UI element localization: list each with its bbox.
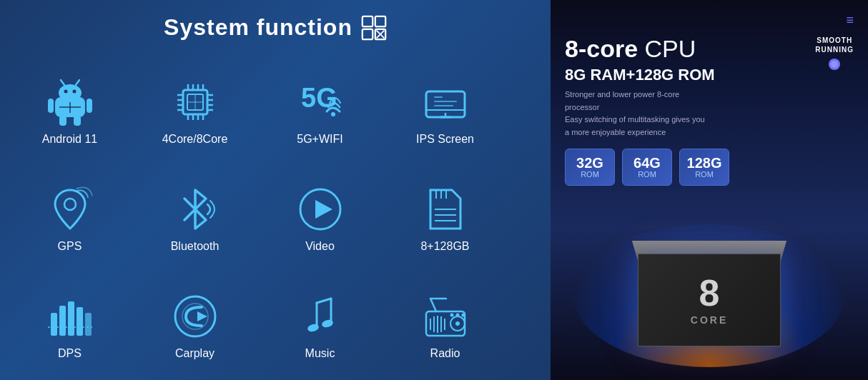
feature-cpu: 4Core/8Core [132, 58, 257, 165]
svg-rect-15 [74, 116, 81, 126]
feature-video: Video [257, 165, 383, 272]
storage-icon [420, 184, 470, 234]
android-icon [45, 77, 95, 127]
svg-rect-58 [68, 301, 74, 336]
svg-point-39 [331, 112, 335, 116]
svg-line-11 [76, 80, 79, 85]
feature-gps: GPS [7, 165, 132, 272]
svg-point-80 [450, 314, 453, 317]
rom-64g-value: 64G [633, 156, 661, 170]
rom-128g-label: ROM [695, 170, 714, 179]
chip-visualization: 8 CORE [565, 197, 854, 367]
dps-label: DPS [58, 347, 82, 360]
smooth-running-badge: SMOOTHRUNNING [815, 36, 854, 71]
svg-point-81 [455, 314, 459, 317]
carplay-icon [170, 291, 220, 341]
chip-number: 8 [699, 274, 720, 311]
svg-rect-12 [48, 99, 54, 113]
cpu-description: Stronger and lower power 8-core processo… [565, 89, 708, 139]
gps-label: GPS [58, 240, 82, 253]
feature-radio: Radio [383, 272, 508, 379]
cpu-heading: 8-core CPU [565, 35, 854, 63]
rom-128g-value: 128G [687, 156, 722, 170]
svg-point-47 [64, 199, 76, 210]
feature-wifi5g: 5G 5G+WIFI [257, 58, 383, 165]
carplay-label: Carplay [175, 347, 214, 360]
rom-option-128g[interactable]: 128G ROM [679, 149, 729, 186]
svg-point-79 [455, 321, 460, 326]
rom-option-32g[interactable]: 32G ROM [565, 149, 615, 186]
feature-bluetooth: Bluetooth [132, 165, 257, 272]
screen-label: IPS Screen [416, 133, 474, 146]
cpu-label: 4Core/8Core [162, 133, 228, 146]
wifi5g-label: 5G+WIFI [297, 133, 342, 146]
svg-line-10 [61, 80, 64, 85]
svg-rect-57 [59, 306, 66, 336]
svg-rect-0 [363, 16, 373, 26]
svg-point-82 [461, 314, 465, 317]
svg-rect-14 [59, 116, 66, 126]
radio-icon [420, 291, 470, 341]
svg-point-9 [72, 90, 76, 94]
bluetooth-icon [170, 184, 220, 234]
music-label: Music [305, 347, 335, 360]
feature-dps: DPS [7, 272, 132, 379]
menu-icon[interactable]: ≡ [846, 13, 854, 28]
svg-line-67 [317, 299, 331, 303]
svg-rect-56 [51, 313, 57, 336]
page-title: System function [164, 14, 352, 41]
rom-64g-label: ROM [638, 170, 656, 179]
chip-core-text: CORE [691, 314, 728, 326]
feature-storage: 8+128GB [383, 165, 508, 272]
bluetooth-label: Bluetooth [171, 240, 220, 253]
chip-body: 8 CORE [638, 239, 781, 354]
android-label: Android 11 [42, 133, 97, 146]
title-row: System function [164, 14, 387, 41]
feature-android: Android 11 [7, 58, 132, 165]
chip-front-face: 8 CORE [638, 254, 781, 346]
svg-rect-59 [77, 307, 83, 336]
svg-point-62 [175, 296, 215, 336]
svg-rect-60 [85, 313, 92, 336]
svg-point-8 [64, 90, 67, 94]
screen-icon [420, 77, 470, 127]
top-bar: ≡ [565, 13, 854, 28]
svg-rect-2 [363, 29, 373, 39]
icons-grid: Android 11 [7, 58, 543, 379]
music-icon [295, 291, 345, 341]
svg-point-7 [59, 84, 82, 101]
svg-marker-64 [197, 311, 207, 321]
left-panel: System function [0, 0, 551, 380]
rom-option-64g[interactable]: 64G ROM [622, 149, 672, 186]
feature-carplay: Carplay [132, 272, 257, 379]
rom-32g-label: ROM [581, 170, 599, 179]
svg-line-71 [430, 299, 436, 311]
video-label: Video [305, 240, 335, 253]
right-panel: ≡ 8-core CPU 8G RAM+128G ROM SMOOTHRUNNI… [551, 0, 868, 380]
rom-options: 32G ROM 64G ROM 128G ROM [565, 149, 854, 186]
svg-point-84 [831, 61, 838, 68]
svg-rect-1 [375, 16, 385, 26]
feature-screen: IPS Screen [383, 58, 508, 165]
wifi5g-icon: 5G [295, 77, 345, 127]
cpu-icon [170, 77, 220, 127]
title-icon [361, 15, 387, 41]
dps-icon [45, 291, 95, 341]
svg-marker-49 [315, 200, 332, 219]
gps-icon [45, 184, 95, 234]
feature-music: Music [257, 272, 383, 379]
svg-rect-13 [87, 99, 92, 113]
radio-label: Radio [430, 347, 460, 360]
rom-32g-value: 32G [576, 156, 603, 170]
ram-rom-label: 8G RAM+128G ROM [565, 66, 854, 84]
video-icon [295, 184, 345, 234]
storage-label: 8+128GB [420, 240, 469, 253]
